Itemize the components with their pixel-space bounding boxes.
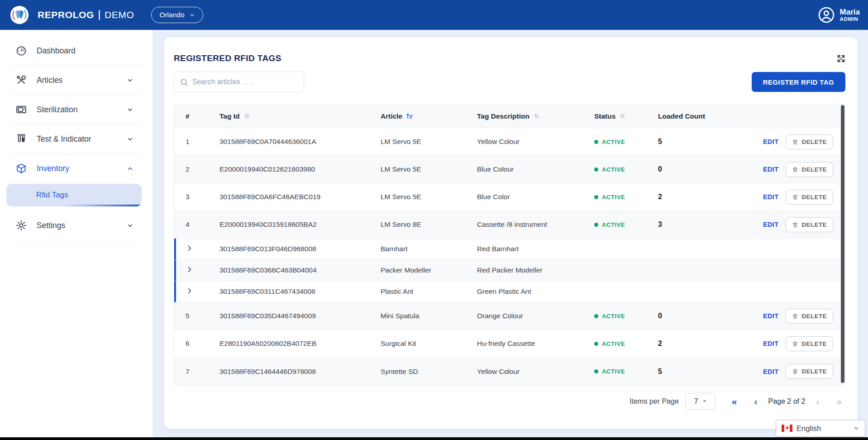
tag-description: Red Barnhart <box>477 245 594 253</box>
edit-button[interactable]: EDIT <box>763 312 778 320</box>
delete-button[interactable]: DELETE <box>786 336 833 351</box>
sort-icon <box>533 113 540 120</box>
search-input[interactable] <box>192 78 298 86</box>
edit-button[interactable]: EDIT <box>763 340 778 347</box>
sidebar-item-settings[interactable]: Settings <box>0 211 153 240</box>
user-name: Maria <box>840 8 860 16</box>
tag-id: E2000019940C015918605BA2 <box>219 220 381 229</box>
sidebar-item-label: Dashboard <box>37 46 76 56</box>
loaded-count: 0 <box>658 312 727 320</box>
tag-id: 301588F69C035D4467494009 <box>219 312 381 320</box>
column-header-status[interactable]: Status <box>594 112 658 120</box>
row-expand-chevron-icon[interactable] <box>186 287 193 295</box>
article: LM Servo 5E <box>381 138 477 146</box>
delete-label: DELETE <box>801 139 827 145</box>
brand-name: REPROLOG <box>38 10 94 20</box>
column-header-tag-id[interactable]: Tag Id <box>219 112 381 120</box>
column-header-article[interactable]: Article <box>381 112 477 120</box>
tag-id: 301588F69C013F046D968008 <box>219 245 381 253</box>
tag-description: Hu-friedy Cassette <box>477 340 594 348</box>
column-label: # <box>186 112 190 120</box>
register-rfid-tag-button[interactable]: REGISTER RFID TAG <box>752 72 845 92</box>
location-dropdown[interactable]: Orlando <box>151 7 203 23</box>
edit-button[interactable]: EDIT <box>763 368 778 375</box>
table-scrollbar[interactable] <box>841 105 844 383</box>
trash-icon <box>792 221 798 228</box>
delete-button[interactable]: DELETE <box>786 134 833 149</box>
column-header-loaded-count: Loaded Count <box>658 112 727 120</box>
chevron-down-icon <box>127 222 134 229</box>
article: Mini Spatula <box>381 312 477 320</box>
status-dot <box>594 369 598 373</box>
page-title: REGISTERED RFID TAGS <box>174 53 281 63</box>
sidebar-nav: DashboardArticlesSterilizationTest & Ind… <box>0 36 153 240</box>
table-row: 301588F69C013F046D968008BarnhartRed Barn… <box>174 239 845 260</box>
status-badge: ACTIVE <box>602 340 625 347</box>
previous-page-button[interactable]: ‹ <box>751 397 760 406</box>
column-label: Tag Description <box>477 112 529 120</box>
sidebar-item-label: Inventory <box>37 164 69 173</box>
delete-button[interactable]: DELETE <box>786 190 833 205</box>
user-role: ADMIN <box>840 16 860 22</box>
test-tubes-icon <box>15 133 27 145</box>
trash-icon <box>792 194 798 201</box>
edit-button[interactable]: EDIT <box>763 221 778 228</box>
first-page-button[interactable]: « <box>729 397 740 406</box>
table-row: 301588F69C0366C463B04004Packer ModellerR… <box>174 260 845 281</box>
delete-label: DELETE <box>801 194 827 201</box>
chevron-up-icon <box>127 165 134 172</box>
delete-label: DELETE <box>801 166 827 173</box>
sidebar-subitem-rfid-tags[interactable]: Rfid Tags <box>6 184 142 206</box>
sidebar-item-label: Articles <box>37 76 62 85</box>
tag-id: 301588F69C0311C467434008 <box>219 287 381 296</box>
status-badge: ACTIVE <box>602 221 625 228</box>
tag-id: 301588F69C0A6FC46AEBC019 <box>219 193 381 201</box>
user-menu[interactable]: Maria ADMIN <box>818 6 860 24</box>
items-per-page-select[interactable]: 7 <box>685 393 715 410</box>
loaded-count: 5 <box>658 138 727 146</box>
location-label: Orlando <box>159 11 184 19</box>
article: Surgical Kit <box>381 340 477 348</box>
edit-button[interactable]: EDIT <box>763 166 778 173</box>
row-number: 3 <box>186 193 219 201</box>
sidebar-item-articles[interactable]: Articles <box>0 66 153 95</box>
row-expand-chevron-icon[interactable] <box>186 244 193 252</box>
delete-button[interactable]: DELETE <box>786 309 833 324</box>
fullscreen-expand-icon[interactable] <box>837 54 845 63</box>
row-number: 1 <box>186 138 219 146</box>
tag-id: E2000019940C012621603980 <box>219 165 381 173</box>
row-number: 2 <box>186 165 219 173</box>
delete-button[interactable]: DELETE <box>786 217 833 232</box>
user-avatar-icon <box>818 6 835 24</box>
delete-button[interactable]: DELETE <box>786 364 833 379</box>
column-header-tag-description[interactable]: Tag Description <box>477 112 594 120</box>
rfid-tags-panel: REGISTERED RFID TAGS REGISTER RFID TAG #… <box>164 37 858 429</box>
next-page-button[interactable]: › <box>813 397 822 406</box>
column-header-: # <box>186 112 219 120</box>
sidebar-item-sterilization[interactable]: Sterilization <box>0 95 153 124</box>
loaded-count: 3 <box>658 220 727 229</box>
delete-label: DELETE <box>801 340 827 347</box>
table-row: 2E2000019940C012621603980LM Servo 5EBlue… <box>174 156 845 183</box>
tag-id: 301588F69C0A70444636001A <box>219 138 381 146</box>
last-page-button[interactable]: » <box>834 397 844 406</box>
sidebar-item-test-indicator[interactable]: Test & Indicator <box>0 124 153 153</box>
language-value: English <box>796 424 821 433</box>
edit-button[interactable]: EDIT <box>763 138 778 145</box>
column-label: Article <box>381 112 402 120</box>
chevron-down-icon <box>127 77 134 84</box>
status-dot <box>594 342 598 346</box>
sort-icon <box>619 113 626 120</box>
tag-id: 301588F69C0366C463B04004 <box>219 266 381 274</box>
edit-button[interactable]: EDIT <box>763 193 778 201</box>
main-content: REGISTERED RFID TAGS REGISTER RFID TAG #… <box>153 30 868 440</box>
table-header-row: #Tag IdArticleTag DescriptionStatusLoade… <box>174 105 845 128</box>
sidebar-item-inventory[interactable]: Inventory <box>0 154 153 183</box>
column-label: Tag Id <box>219 112 240 120</box>
window-bottom-edge <box>0 437 868 440</box>
status-badge: ACTIVE <box>602 194 625 201</box>
delete-button[interactable]: DELETE <box>786 162 833 177</box>
language-select[interactable]: English <box>776 420 865 437</box>
row-expand-chevron-icon[interactable] <box>186 266 193 273</box>
sidebar-item-dashboard[interactable]: Dashboard <box>0 36 153 65</box>
